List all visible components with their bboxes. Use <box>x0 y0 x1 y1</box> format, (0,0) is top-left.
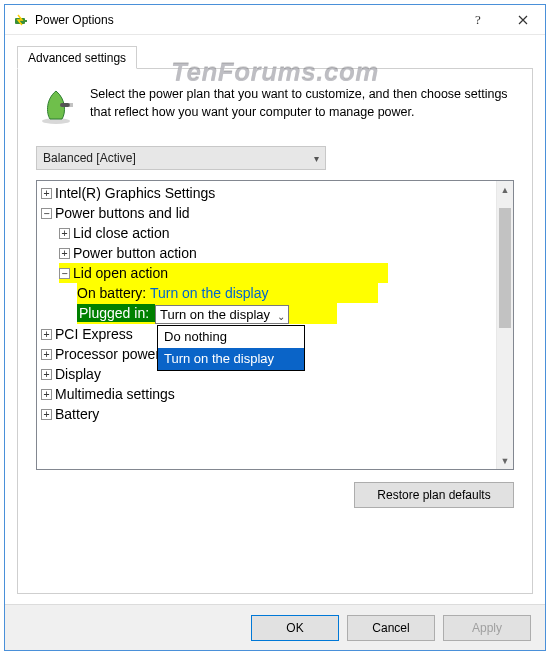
tree-content: +Intel(R) Graphics Settings −Power butto… <box>37 181 495 469</box>
expand-icon[interactable]: + <box>41 349 52 360</box>
apply-button[interactable]: Apply <box>443 615 531 641</box>
restore-defaults-button[interactable]: Restore plan defaults <box>354 482 514 508</box>
app-icon <box>13 12 29 28</box>
scroll-track[interactable] <box>497 198 513 452</box>
tree-item-battery[interactable]: +Battery <box>39 404 493 424</box>
tree-scrollbar[interactable]: ▲ ▼ <box>496 181 513 469</box>
client-area: Advanced settings Select the power plan … <box>5 35 545 604</box>
svg-rect-6 <box>69 106 73 107</box>
settings-tree[interactable]: +Intel(R) Graphics Settings −Power butto… <box>36 180 514 470</box>
tree-item-lid-open[interactable]: −Lid open action <box>39 263 493 283</box>
tree-item-power-button-action[interactable]: +Power button action <box>39 243 493 263</box>
collapse-icon[interactable]: − <box>41 208 52 219</box>
power-plan-icon <box>36 85 76 128</box>
dialog-footer: OK Cancel Apply <box>5 604 545 650</box>
tree-item-lid-close[interactable]: +Lid close action <box>39 223 493 243</box>
tab-advanced-settings[interactable]: Advanced settings <box>17 46 137 69</box>
scroll-thumb[interactable] <box>499 208 511 328</box>
tree-item-graphics[interactable]: +Intel(R) Graphics Settings <box>39 183 493 203</box>
svg-rect-1 <box>25 20 27 22</box>
svg-rect-5 <box>69 104 73 105</box>
intro-text: Select the power plan that you want to c… <box>90 85 514 128</box>
expand-icon[interactable]: + <box>41 188 52 199</box>
on-battery-label: On battery: <box>77 285 150 301</box>
intro-row: Select the power plan that you want to c… <box>36 85 514 128</box>
tabstrip: Advanced settings <box>17 43 533 69</box>
chevron-down-icon: ▾ <box>314 153 319 164</box>
dropdown-option-do-nothing[interactable]: Do nothing <box>158 326 304 348</box>
tab-panel: Select the power plan that you want to c… <box>17 68 533 594</box>
expand-icon[interactable]: + <box>41 389 52 400</box>
plugged-in-label: Plugged in: <box>77 304 155 322</box>
on-battery-value[interactable]: Turn on the display <box>150 285 269 301</box>
tree-item-power-buttons-lid[interactable]: −Power buttons and lid <box>39 203 493 223</box>
svg-text:?: ? <box>475 13 481 27</box>
chevron-down-icon: ⌄ <box>277 308 285 325</box>
help-button[interactable]: ? <box>455 5 500 34</box>
power-plan-selected: Balanced [Active] <box>43 151 136 165</box>
expand-icon[interactable]: + <box>41 329 52 340</box>
tree-item-plugged-in[interactable]: Plugged in: Turn on the display ⌄ <box>39 303 493 324</box>
collapse-icon[interactable]: − <box>59 268 70 279</box>
cancel-button[interactable]: Cancel <box>347 615 435 641</box>
plugged-in-value: Turn on the display <box>160 307 270 322</box>
plugged-in-select[interactable]: Turn on the display ⌄ <box>155 305 289 324</box>
ok-button[interactable]: OK <box>251 615 339 641</box>
tree-item-multimedia[interactable]: +Multimedia settings <box>39 384 493 404</box>
scroll-down-icon[interactable]: ▼ <box>497 452 513 469</box>
power-options-dialog: Power Options ? Advanced settings <box>4 4 546 651</box>
expand-icon[interactable]: + <box>59 248 70 259</box>
expand-icon[interactable]: + <box>41 409 52 420</box>
tree-item-on-battery[interactable]: On battery: Turn on the display <box>39 283 493 303</box>
expand-icon[interactable]: + <box>41 369 52 380</box>
scroll-up-icon[interactable]: ▲ <box>497 181 513 198</box>
dropdown-option-turn-on-display[interactable]: Turn on the display <box>158 348 304 370</box>
plugged-in-dropdown[interactable]: Do nothing Turn on the display <box>157 325 305 371</box>
close-button[interactable] <box>500 5 545 34</box>
expand-icon[interactable]: + <box>59 228 70 239</box>
svg-rect-4 <box>60 103 70 107</box>
titlebar: Power Options ? <box>5 5 545 35</box>
power-plan-select[interactable]: Balanced [Active] ▾ <box>36 146 326 170</box>
window-title: Power Options <box>35 13 455 27</box>
